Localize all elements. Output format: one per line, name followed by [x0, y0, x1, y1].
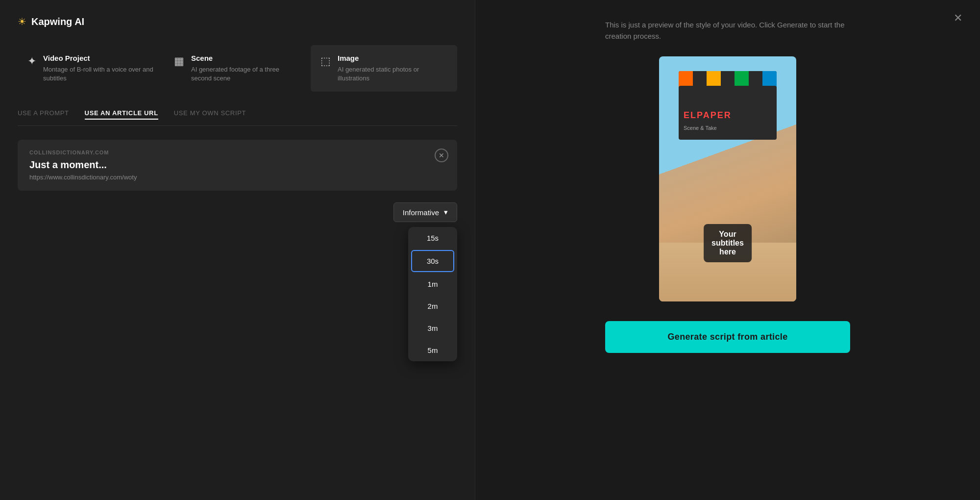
duration-option-15s[interactable]: 15s	[408, 227, 457, 249]
app-title: Kapwing AI	[31, 16, 84, 27]
clear-url-button[interactable]: ✕	[435, 149, 448, 162]
film-sub-text: Scene & Take	[684, 125, 717, 131]
content-card-image[interactable]: ⬚ Image AI generated static photos or il…	[311, 45, 457, 92]
image-desc: AI generated static photos or illustrati…	[338, 65, 447, 83]
clapper-body: ELPAPER Scene & Take	[679, 86, 777, 140]
content-card-scene[interactable]: ▦ Scene AI generated footage of a three …	[164, 45, 311, 92]
duration-option-2m[interactable]: 2m	[408, 295, 457, 317]
right-panel: ✕ This is just a preview of the style of…	[475, 0, 980, 500]
app-header: ☀ Kapwing AI	[18, 16, 457, 27]
scene-label: Scene	[191, 54, 301, 62]
video-project-label: Video Project	[43, 54, 154, 62]
duration-option-5m[interactable]: 5m	[408, 339, 457, 361]
tone-label: Informative	[403, 208, 439, 217]
video-preview: ELPAPER Scene & Take Yoursubtitleshere	[659, 56, 796, 301]
preview-image: ELPAPER Scene & Take Yoursubtitleshere	[659, 56, 796, 301]
left-panel: ☀ Kapwing AI ✦ Video Project Montage of …	[0, 0, 475, 500]
clapperboard-illustration: ELPAPER Scene & Take	[679, 71, 777, 140]
image-label: Image	[338, 54, 447, 62]
film-text: ELPAPER	[684, 110, 732, 121]
tab-script[interactable]: USE MY OWN SCRIPT	[174, 109, 246, 120]
video-project-icon: ✦	[27, 55, 36, 68]
tab-prompt[interactable]: USE A PROMPT	[18, 109, 69, 120]
video-project-desc: Montage of B-roll with a voice over and …	[43, 65, 154, 83]
url-source: COLLINSDICTIONARY.COM	[29, 150, 445, 155]
image-icon: ⬚	[320, 55, 331, 68]
duration-option-30s[interactable]: 30s	[411, 250, 454, 272]
chevron-down-icon: ▾	[444, 208, 448, 217]
duration-option-3m[interactable]: 3m	[408, 317, 457, 339]
scene-desc: AI generated footage of a three second s…	[191, 65, 301, 83]
subtitle-overlay: Yoursubtitleshere	[704, 224, 752, 262]
content-card-video-project[interactable]: ✦ Video Project Montage of B-roll with a…	[18, 45, 164, 92]
duration-option-1m[interactable]: 1m	[408, 273, 457, 295]
scene-icon: ▦	[174, 55, 184, 68]
url-input-area: COLLINSDICTIONARY.COM Just a moment... h…	[18, 140, 457, 191]
tone-dropdown-button[interactable]: Informative ▾	[393, 202, 457, 222]
duration-dropdown-menu: 15s 30s 1m 2m 3m 5m	[408, 227, 457, 361]
content-type-selector: ✦ Video Project Montage of B-roll with a…	[18, 45, 457, 92]
preview-hint: This is just a preview of the style of y…	[605, 20, 850, 42]
url-link: https://www.collinsdictionary.com/woty	[29, 174, 445, 181]
controls-row: Informative ▾ 15s 30s 1m 2m 3m 5m	[18, 202, 457, 222]
tab-article[interactable]: USE AN ARTICLE URL	[85, 109, 158, 120]
kapwing-icon: ☀	[18, 16, 26, 27]
url-title: Just a moment...	[29, 159, 445, 171]
tab-bar: USE A PROMPT USE AN ARTICLE URL USE MY O…	[18, 109, 457, 126]
generate-button[interactable]: Generate script from article	[605, 321, 850, 353]
close-button[interactable]: ✕	[954, 12, 962, 25]
